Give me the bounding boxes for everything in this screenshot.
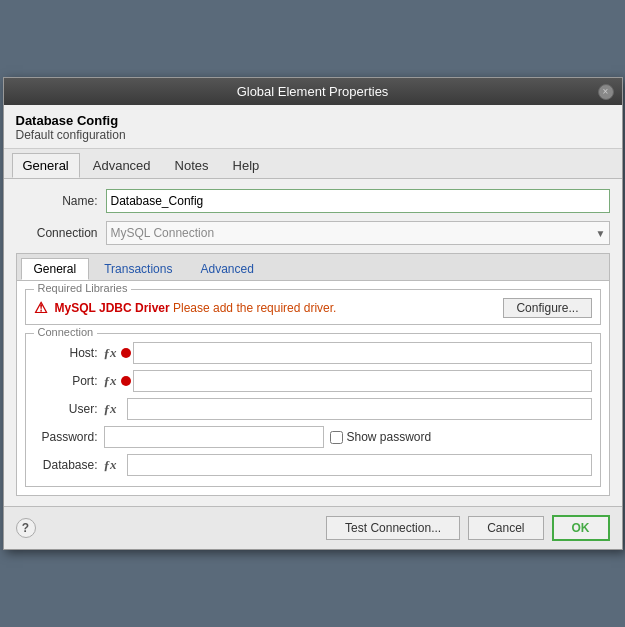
close-button[interactable]: × — [598, 84, 614, 100]
dialog-footer: ? Test Connection... Cancel OK — [4, 506, 622, 549]
port-fx-icon[interactable]: ƒx — [104, 373, 117, 389]
dialog-title: Global Element Properties — [237, 84, 389, 99]
tab-general-outer[interactable]: General — [12, 153, 80, 178]
user-fx-icon[interactable]: ƒx — [104, 401, 117, 417]
inner-tabs: General Transactions Advanced — [17, 254, 609, 281]
password-field-row: Password: Show password — [34, 426, 592, 448]
db-config-title: Database Config — [16, 113, 610, 128]
port-fx-wrap: ƒx — [104, 370, 592, 392]
required-libraries-row: ⚠ MySQL JDBC Driver Please add the requi… — [34, 298, 592, 318]
tab-transactions-inner[interactable]: Transactions — [91, 258, 185, 280]
host-label: Host: — [34, 346, 104, 360]
database-field-row: Database: ƒx — [34, 454, 592, 476]
password-fx-wrap: Show password — [104, 426, 592, 448]
cancel-button[interactable]: Cancel — [468, 516, 543, 540]
port-error-dot — [121, 376, 131, 386]
user-label: User: — [34, 402, 104, 416]
database-input[interactable] — [127, 454, 592, 476]
port-label: Port: — [34, 374, 104, 388]
show-password-label[interactable]: Show password — [330, 430, 432, 444]
tab-general-inner[interactable]: General — [21, 258, 90, 280]
close-icon: × — [603, 87, 609, 97]
error-icon: ⚠ — [34, 299, 47, 317]
name-label: Name: — [16, 194, 106, 208]
database-fx-wrap: ƒx — [104, 454, 592, 476]
host-fx-wrap: ƒx — [104, 342, 592, 364]
required-libraries-section: Required Libraries ⚠ MySQL JDBC Driver P… — [25, 289, 601, 325]
user-field-row: User: ƒx — [34, 398, 592, 420]
database-fx-icon[interactable]: ƒx — [104, 457, 117, 473]
inner-content: Required Libraries ⚠ MySQL JDBC Driver P… — [17, 281, 609, 495]
name-field-row: Name: — [16, 189, 610, 213]
port-input[interactable] — [133, 370, 592, 392]
tab-notes-outer[interactable]: Notes — [164, 153, 220, 178]
connection-select-wrap: MySQL Connection ▼ — [106, 221, 610, 245]
global-element-properties-dialog: Global Element Properties × Database Con… — [3, 77, 623, 550]
connection-field-row: Connection MySQL Connection ▼ — [16, 221, 610, 245]
dialog-header: Database Config Default configuration — [4, 105, 622, 149]
port-field-row: Port: ƒx — [34, 370, 592, 392]
password-label: Password: — [34, 430, 104, 444]
connection-select[interactable]: MySQL Connection — [106, 221, 610, 245]
host-field-row: Host: ƒx — [34, 342, 592, 364]
connection-section-legend: Connection — [34, 326, 98, 338]
tab-help-outer[interactable]: Help — [222, 153, 271, 178]
configure-button[interactable]: Configure... — [503, 298, 591, 318]
help-button[interactable]: ? — [16, 518, 36, 538]
connection-section: Connection Host: ƒx Port: — [25, 333, 601, 487]
tab-advanced-inner[interactable]: Advanced — [187, 258, 266, 280]
dialog-body: Name: Connection MySQL Connection ▼ Gene… — [4, 179, 622, 506]
outer-tabs: General Advanced Notes Help — [4, 149, 622, 179]
host-error-dot — [121, 348, 131, 358]
tab-advanced-outer[interactable]: Advanced — [82, 153, 162, 178]
title-bar: Global Element Properties × — [4, 78, 622, 105]
user-fx-wrap: ƒx — [104, 398, 592, 420]
user-input[interactable] — [127, 398, 592, 420]
database-label: Database: — [34, 458, 104, 472]
host-fx-icon[interactable]: ƒx — [104, 345, 117, 361]
test-connection-button[interactable]: Test Connection... — [326, 516, 460, 540]
inner-tabs-container: General Transactions Advanced Required L… — [16, 253, 610, 496]
required-libraries-legend: Required Libraries — [34, 282, 132, 294]
driver-name: MySQL JDBC Driver Please add the require… — [55, 301, 337, 315]
show-password-checkbox[interactable] — [330, 431, 343, 444]
name-input[interactable] — [106, 189, 610, 213]
show-password-text: Show password — [347, 430, 432, 444]
connection-label: Connection — [16, 226, 106, 240]
host-input[interactable] — [133, 342, 592, 364]
password-input[interactable] — [104, 426, 324, 448]
db-config-subtitle: Default configuration — [16, 128, 610, 142]
ok-button[interactable]: OK — [552, 515, 610, 541]
